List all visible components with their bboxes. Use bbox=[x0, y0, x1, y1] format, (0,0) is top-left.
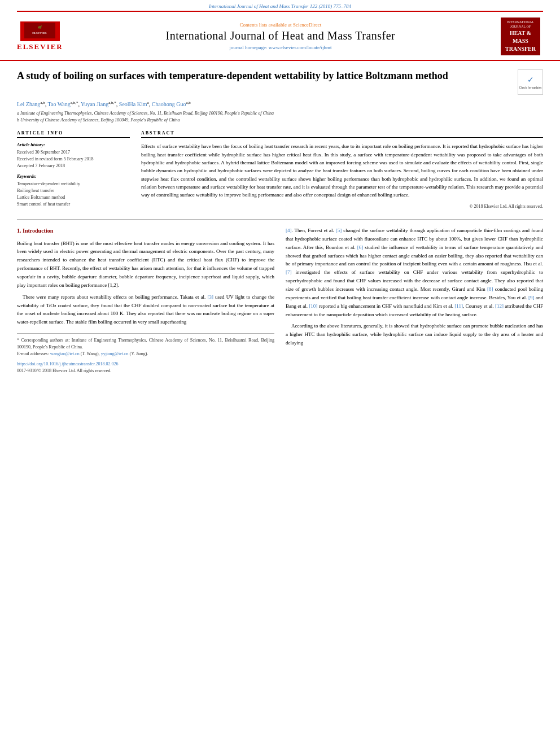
article-received: Received 30 September 2017 Received in r… bbox=[17, 149, 130, 169]
authors-line: Lei Zhanga,b, Tao Wanga,b,*, Yuyan Jiang… bbox=[17, 101, 543, 107]
science-direct-label: Contents lists available at ScienceDirec… bbox=[63, 22, 498, 28]
body-two-col: 1. Introduction Boiling heat transfer (B… bbox=[17, 226, 543, 374]
journal-brand-box: INTERNATIONAL JOURNAL OF HEAT & MASS TRA… bbox=[501, 18, 540, 55]
abstract-body: Effects of surface wettability have been… bbox=[141, 142, 543, 199]
abstract-panel: ABSTRACT Effects of surface wettability … bbox=[141, 130, 543, 212]
section1-heading: 1. Introduction bbox=[17, 226, 274, 236]
elsevier-wordmark: ELSEVIER bbox=[17, 42, 63, 51]
main-content: A study of boiling on surfaces with temp… bbox=[0, 61, 560, 380]
affiliation-b: b University of Chinese Academy of Scien… bbox=[17, 117, 543, 124]
body-col-right: [4]. Then, Forrest et al. [5] changed th… bbox=[286, 226, 543, 374]
check-updates-label: Check for updates bbox=[519, 86, 541, 89]
science-direct-link[interactable]: ScienceDirect bbox=[293, 22, 321, 28]
journal-logo-right: INTERNATIONAL JOURNAL OF HEAT & MASS TRA… bbox=[498, 18, 543, 55]
elsevier-logo: 🌿 ELSEVIER ELSEVIER bbox=[17, 21, 63, 51]
paper-title: A study of boiling on surfaces with temp… bbox=[17, 69, 518, 82]
article-history-heading: Article history: bbox=[17, 142, 130, 147]
elsevier-icon: 🌿 ELSEVIER bbox=[20, 21, 60, 41]
journal-title: International Journal of Heat and Mass T… bbox=[63, 29, 498, 42]
paper-title-section: A study of boiling on surfaces with temp… bbox=[17, 69, 543, 95]
journal-homepage: journal homepage: www.elsevier.com/locat… bbox=[63, 45, 498, 50]
journal-citation: International Journal of Heat and Mass T… bbox=[209, 3, 351, 9]
footnote-corresponding: * Corresponding authors at: Institute of… bbox=[17, 337, 274, 351]
footnote-area: * Corresponding authors at: Institute of… bbox=[17, 333, 274, 374]
section-divider bbox=[17, 219, 543, 220]
keywords-list: Temperature-dependent wettability Boilin… bbox=[17, 181, 130, 208]
body-col-left: 1. Introduction Boiling heat transfer (B… bbox=[17, 226, 274, 374]
affiliations: a Institute of Engineering Thermophysics… bbox=[17, 110, 543, 124]
article-info-abstract-row: ARTICLE INFO Article history: Received 3… bbox=[17, 130, 543, 212]
svg-text:ELSEVIER: ELSEVIER bbox=[33, 32, 47, 34]
article-info-heading: ARTICLE INFO bbox=[17, 130, 130, 138]
keywords-heading: Keywords: bbox=[17, 174, 130, 179]
body-para3: [4]. Then, Forrest et al. [5] changed th… bbox=[286, 226, 543, 318]
check-updates-badge: ✓ Check for updates bbox=[518, 69, 543, 95]
affiliation-a: a Institute of Engineering Thermophysics… bbox=[17, 110, 543, 117]
doi-line: https://doi.org/10.1016/j.ijheatmasstran… bbox=[17, 361, 274, 368]
body-para4: According to the above literatures, gene… bbox=[286, 322, 543, 347]
body-para1: Boiling heat transfer (BHT) is one of th… bbox=[17, 239, 274, 290]
body-para2: There were many reports about wettabilit… bbox=[17, 293, 274, 326]
journal-header-center: Contents lists available at ScienceDirec… bbox=[63, 22, 498, 50]
copyright-notice: © 2018 Elsevier Ltd. All rights reserved… bbox=[141, 204, 543, 209]
top-bar: International Journal of Heat and Mass T… bbox=[0, 0, 560, 11]
issn-line: 0017-9310/© 2018 Elsevier Ltd. All right… bbox=[17, 368, 274, 374]
footnote-email: E-mail addresses: wangtao@iet.cn (T. Wan… bbox=[17, 351, 274, 357]
article-info-panel: ARTICLE INFO Article history: Received 3… bbox=[17, 130, 130, 212]
svg-rect-0 bbox=[24, 23, 55, 38]
abstract-heading: ABSTRACT bbox=[141, 130, 543, 138]
journal-header: 🌿 ELSEVIER ELSEVIER Contents lists avail… bbox=[0, 12, 560, 61]
